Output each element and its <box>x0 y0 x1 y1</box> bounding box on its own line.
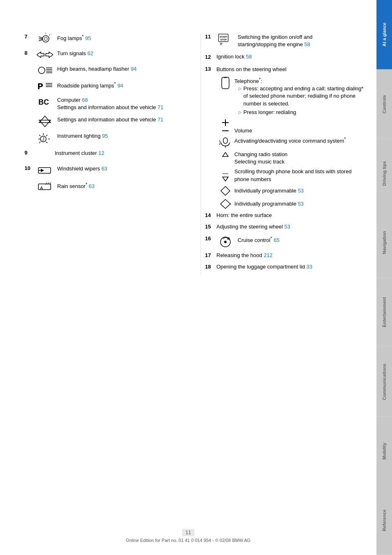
phone-long-row: ▷ Press longer: redialing <box>238 109 364 116</box>
item-11-page[interactable]: 58 <box>304 41 310 47</box>
item-7-label: Fog lamps <box>57 35 82 41</box>
svg-point-9 <box>38 67 45 74</box>
item-computer-num-empty <box>24 96 33 96</box>
item-highbeam-row: High beams, headlamp flasher 94 <box>24 65 180 76</box>
item-16-label: Cruise control <box>238 237 270 243</box>
content-grid: 7 Fog lam <box>24 33 364 275</box>
svg-marker-49 <box>223 152 228 157</box>
item-11-row: 11 START STOP ⚙ Switching the ignition o… <box>205 33 364 48</box>
settings-page[interactable]: 71 <box>158 116 163 123</box>
bullet-arrow-2: ▷ <box>238 109 242 115</box>
prog2-text: Individually programmable 53 <box>234 200 364 208</box>
parking-label: Roadside parking lamps <box>57 83 114 89</box>
lighting-page[interactable]: 95 <box>102 133 108 139</box>
item-7-page[interactable]: 95 <box>85 35 91 41</box>
item-7-asterisk: * <box>82 34 84 39</box>
sidebar-tab-reference[interactable]: Reference <box>376 486 392 555</box>
highbeam-icon <box>35 65 55 76</box>
svg-line-4 <box>39 40 42 41</box>
voice-row: Activating/deactivating voice command sy… <box>216 136 364 148</box>
item-13-header: 13 Buttons on the steering wheel <box>205 65 364 73</box>
lighting-icon: J <box>35 132 55 145</box>
item-9-number: 9 <box>24 149 33 156</box>
svg-text:START: START <box>220 36 228 38</box>
svg-text:A: A <box>40 186 43 190</box>
volume-label: Volume <box>234 128 252 134</box>
lighting-text: Instrument lighting 95 <box>57 132 180 140</box>
sidebar-tab-driving-tips[interactable]: Driving tips <box>376 139 392 208</box>
item-10-row: 10 Windshield wipers 63 <box>24 164 180 177</box>
prog2-page[interactable]: 53 <box>298 201 303 207</box>
item-18-label: Opening the luggage compartment lid 33 <box>216 263 312 271</box>
prog2-label: Individually programmable <box>234 201 296 207</box>
item-13-label: Buttons on the steering wheel <box>216 65 364 73</box>
scroll-label: Scrolling through phone book and lists w… <box>234 168 352 182</box>
prog1-label: Individually programmable <box>234 188 296 194</box>
item-12-text: Ignition lock 58 <box>216 52 364 60</box>
item-16-page[interactable]: 65 <box>274 237 279 243</box>
item-14-label: Horn: the entire surface <box>216 212 272 219</box>
sidebar-tab-communications[interactable]: Communications <box>376 347 392 416</box>
main-content: 7 Fog lam <box>0 0 376 555</box>
prog1-page[interactable]: 53 <box>298 188 303 194</box>
prog1-row: Individually programmable 53 <box>216 186 364 196</box>
sidebar-tab-navigation[interactable]: Navigation <box>376 208 392 278</box>
scroll-row: Scrolling through phone book and lists w… <box>216 168 364 183</box>
rain-label: Rain sensor <box>57 184 85 190</box>
item-10-page[interactable]: 63 <box>101 166 107 172</box>
item-11-text: Switching the ignition on/off and starti… <box>238 33 364 48</box>
right-column: 11 START STOP ⚙ Switching the ignition o… <box>200 33 364 275</box>
item-17-page[interactable]: 212 <box>264 252 273 258</box>
phone-long-text: Press longer: redialing <box>243 109 296 116</box>
item-12-label: Ignition lock <box>216 54 245 60</box>
sidebar-tab-navigation-label: Navigation <box>382 231 387 254</box>
radio-text: Changing radio station Selecting music t… <box>234 151 364 166</box>
sidebar-tab-mobility[interactable]: Mobility <box>376 416 392 486</box>
svg-point-0 <box>42 36 49 42</box>
svg-line-30 <box>39 142 40 143</box>
item-17-number: 17 <box>205 252 213 259</box>
svg-text:⚙: ⚙ <box>220 42 223 46</box>
rain-page[interactable]: 63 <box>89 184 94 190</box>
parking-lamps-icon: P P <box>35 80 55 92</box>
item-17-label: Releasing the hood 212 <box>216 252 272 259</box>
item-12-page[interactable]: 58 <box>246 54 252 60</box>
item-16-row: 16 Cruise control* 65 <box>205 235 364 248</box>
footer-text: Online Edition for Part no. 01 41 0 014 … <box>126 538 250 543</box>
svg-line-2 <box>39 37 42 38</box>
left-column: 7 Fog lam <box>24 33 188 275</box>
sidebar-tab-communications-label: Communications <box>382 363 387 400</box>
item-lighting-row: J Instrument lighting 95 <box>24 132 180 145</box>
parking-page[interactable]: 94 <box>117 83 123 89</box>
item-8-page[interactable]: 62 <box>87 50 93 56</box>
voice-label: Activating/deactivating voice command sy… <box>234 138 344 144</box>
svg-line-29 <box>46 142 47 143</box>
phone-colon: : <box>261 78 262 84</box>
item-7-number: 7 <box>24 33 33 40</box>
item-18-page[interactable]: 33 <box>306 264 312 270</box>
sidebar-tab-at-a-glance[interactable]: At a glance <box>376 0 392 69</box>
volume-minus-icon <box>216 129 234 133</box>
sidebar-tab-entertainment[interactable]: Entertainment <box>376 278 392 347</box>
computer-label2: Settings and information about the vehic… <box>57 104 156 110</box>
item-9-page[interactable]: 12 <box>98 150 104 156</box>
item-15-page[interactable]: 53 <box>284 224 290 230</box>
computer-page[interactable]: 68 <box>82 97 88 103</box>
item-18-row: 18 Opening the luggage compartment lid 3… <box>205 263 364 271</box>
computer-page2[interactable]: 71 <box>158 104 163 110</box>
highbeam-page[interactable]: 94 <box>131 66 136 72</box>
svg-point-57 <box>224 241 227 243</box>
rain-sensor-icon: A <box>35 181 55 193</box>
highbeam-text: High beams, headlamp flasher 94 <box>57 65 180 73</box>
wipers-icon <box>35 164 55 177</box>
computer-text: Computer 68 Settings and information abo… <box>57 96 180 111</box>
svg-line-38 <box>48 182 49 185</box>
sidebar-tab-entertainment-label: Entertainment <box>382 297 387 327</box>
svg-marker-53 <box>220 199 230 208</box>
item-18-text: Opening the luggage compartment lid <box>216 264 305 270</box>
phone-text: Telephone*: ▷ Press: accepting and endin… <box>234 76 364 116</box>
item-settings-num-empty <box>24 115 33 116</box>
sidebar-tab-controls[interactable]: Controls <box>376 69 392 139</box>
svg-marker-52 <box>221 186 230 195</box>
item-16-text: Cruise control* 65 <box>238 235 364 244</box>
